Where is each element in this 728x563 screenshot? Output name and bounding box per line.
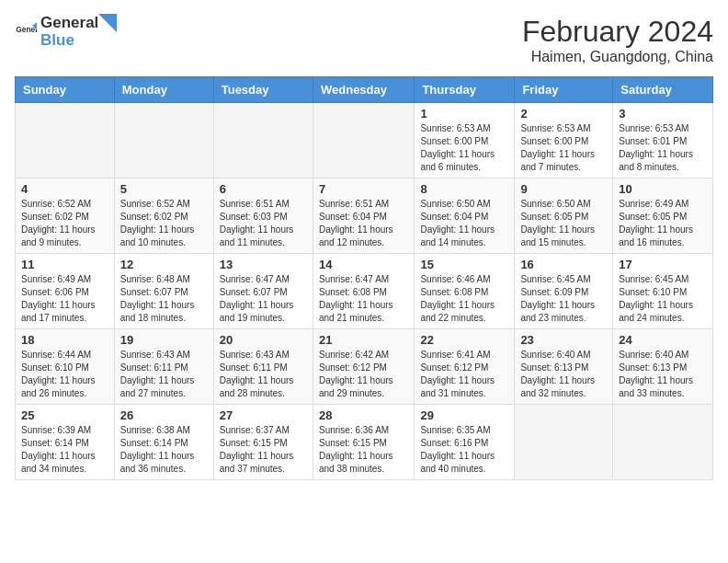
day-number: 26 xyxy=(120,408,208,422)
calendar-cell: 19Sunrise: 6:43 AMSunset: 6:11 PMDayligh… xyxy=(114,329,213,405)
page-title: February 2024 xyxy=(522,15,713,49)
day-number: 17 xyxy=(619,258,707,271)
calendar-cell: 24Sunrise: 6:40 AMSunset: 6:13 PMDayligh… xyxy=(613,329,713,405)
day-info: Sunrise: 6:44 AMSunset: 6:10 PMDaylight:… xyxy=(21,349,108,400)
day-info: Sunrise: 6:43 AMSunset: 6:11 PMDaylight:… xyxy=(120,349,208,400)
day-number: 25 xyxy=(21,408,108,422)
day-number: 20 xyxy=(220,333,307,347)
logo-arrow-icon xyxy=(98,14,117,41)
day-info: Sunrise: 6:47 AMSunset: 6:07 PMDaylight:… xyxy=(220,273,307,325)
day-header-friday: Friday xyxy=(515,77,613,103)
day-number: 5 xyxy=(120,182,208,196)
calendar-cell xyxy=(515,405,613,480)
calendar-cell: 17Sunrise: 6:45 AMSunset: 6:10 PMDayligh… xyxy=(613,254,713,329)
calendar-cell: 25Sunrise: 6:39 AMSunset: 6:14 PMDayligh… xyxy=(16,405,115,480)
day-info: Sunrise: 6:52 AMSunset: 6:02 PMDaylight:… xyxy=(120,198,208,249)
calendar-cell: 18Sunrise: 6:44 AMSunset: 6:10 PMDayligh… xyxy=(16,329,115,405)
calendar-cell: 6Sunrise: 6:51 AMSunset: 6:03 PMDaylight… xyxy=(213,178,313,254)
day-info: Sunrise: 6:36 AMSunset: 6:15 PMDaylight:… xyxy=(319,424,408,476)
title-area: February 2024 Haimen, Guangdong, China xyxy=(522,15,713,65)
logo-general-text: General xyxy=(40,15,98,32)
calendar-cell: 20Sunrise: 6:43 AMSunset: 6:11 PMDayligh… xyxy=(213,329,313,405)
day-info: Sunrise: 6:52 AMSunset: 6:02 PMDaylight:… xyxy=(21,198,108,249)
day-number: 2 xyxy=(520,107,607,121)
logo-icon: General xyxy=(15,21,37,43)
calendar-cell: 13Sunrise: 6:47 AMSunset: 6:07 PMDayligh… xyxy=(213,254,313,329)
calendar-cell: 3Sunrise: 6:53 AMSunset: 6:01 PMDaylight… xyxy=(613,103,713,178)
page-header: General General Blue February 2024 Haime… xyxy=(15,15,713,65)
day-number: 14 xyxy=(319,258,408,271)
day-header-thursday: Thursday xyxy=(415,77,515,103)
calendar-week-row: 25Sunrise: 6:39 AMSunset: 6:14 PMDayligh… xyxy=(16,405,713,480)
calendar-week-row: 4Sunrise: 6:52 AMSunset: 6:02 PMDaylight… xyxy=(16,178,713,254)
calendar-cell: 28Sunrise: 6:36 AMSunset: 6:15 PMDayligh… xyxy=(313,405,414,480)
day-number: 29 xyxy=(420,408,508,422)
day-number: 16 xyxy=(520,258,607,271)
calendar-cell: 7Sunrise: 6:51 AMSunset: 6:04 PMDaylight… xyxy=(313,178,414,254)
calendar-cell xyxy=(213,103,313,178)
day-number: 27 xyxy=(220,408,307,422)
calendar-cell: 12Sunrise: 6:48 AMSunset: 6:07 PMDayligh… xyxy=(114,254,213,329)
calendar-cell: 9Sunrise: 6:50 AMSunset: 6:05 PMDaylight… xyxy=(515,178,613,254)
calendar-table: SundayMondayTuesdayWednesdayThursdayFrid… xyxy=(15,76,713,480)
day-number: 9 xyxy=(520,182,607,196)
day-info: Sunrise: 6:39 AMSunset: 6:14 PMDaylight:… xyxy=(21,424,108,476)
day-number: 15 xyxy=(420,258,508,271)
day-info: Sunrise: 6:38 AMSunset: 6:14 PMDaylight:… xyxy=(120,424,208,476)
day-number: 7 xyxy=(319,182,408,196)
calendar-cell: 22Sunrise: 6:41 AMSunset: 6:12 PMDayligh… xyxy=(415,329,515,405)
calendar-week-row: 1Sunrise: 6:53 AMSunset: 6:00 PMDaylight… xyxy=(16,103,713,178)
day-number: 10 xyxy=(619,182,707,196)
day-number: 23 xyxy=(520,333,607,347)
day-info: Sunrise: 6:41 AMSunset: 6:12 PMDaylight:… xyxy=(420,349,508,400)
day-number: 21 xyxy=(319,333,408,347)
calendar-cell: 11Sunrise: 6:49 AMSunset: 6:06 PMDayligh… xyxy=(16,254,115,329)
calendar-cell: 29Sunrise: 6:35 AMSunset: 6:16 PMDayligh… xyxy=(415,405,515,480)
calendar-cell: 4Sunrise: 6:52 AMSunset: 6:02 PMDaylight… xyxy=(16,178,115,254)
calendar-cell: 10Sunrise: 6:49 AMSunset: 6:05 PMDayligh… xyxy=(613,178,713,254)
day-number: 24 xyxy=(619,333,707,347)
calendar-cell: 8Sunrise: 6:50 AMSunset: 6:04 PMDaylight… xyxy=(415,178,515,254)
day-info: Sunrise: 6:50 AMSunset: 6:05 PMDaylight:… xyxy=(520,198,607,249)
day-info: Sunrise: 6:45 AMSunset: 6:09 PMDaylight:… xyxy=(520,273,607,325)
logo-blue-text: Blue xyxy=(40,32,98,50)
day-number: 28 xyxy=(319,408,408,422)
day-info: Sunrise: 6:49 AMSunset: 6:05 PMDaylight:… xyxy=(619,198,707,249)
day-info: Sunrise: 6:37 AMSunset: 6:15 PMDaylight:… xyxy=(220,424,307,476)
day-info: Sunrise: 6:53 AMSunset: 6:01 PMDaylight:… xyxy=(619,122,707,174)
calendar-cell xyxy=(313,103,414,178)
day-info: Sunrise: 6:53 AMSunset: 6:00 PMDaylight:… xyxy=(520,122,607,174)
day-number: 12 xyxy=(120,258,208,271)
day-number: 19 xyxy=(120,333,208,347)
calendar-cell xyxy=(16,103,115,178)
calendar-cell: 16Sunrise: 6:45 AMSunset: 6:09 PMDayligh… xyxy=(515,254,613,329)
day-info: Sunrise: 6:50 AMSunset: 6:04 PMDaylight:… xyxy=(420,198,508,249)
calendar-cell: 23Sunrise: 6:40 AMSunset: 6:13 PMDayligh… xyxy=(515,329,613,405)
day-info: Sunrise: 6:51 AMSunset: 6:03 PMDaylight:… xyxy=(220,198,307,249)
calendar-cell: 14Sunrise: 6:47 AMSunset: 6:08 PMDayligh… xyxy=(313,254,414,329)
logo: General General Blue xyxy=(15,15,117,49)
day-info: Sunrise: 6:46 AMSunset: 6:08 PMDaylight:… xyxy=(420,273,508,325)
day-number: 3 xyxy=(619,107,707,121)
day-number: 18 xyxy=(21,333,108,347)
day-info: Sunrise: 6:43 AMSunset: 6:11 PMDaylight:… xyxy=(220,349,307,400)
day-number: 13 xyxy=(220,258,307,271)
page-subtitle: Haimen, Guangdong, China xyxy=(522,49,713,65)
day-header-sunday: Sunday xyxy=(16,77,115,103)
calendar-cell xyxy=(114,103,213,178)
calendar-cell: 2Sunrise: 6:53 AMSunset: 6:00 PMDaylight… xyxy=(515,103,613,178)
calendar-cell: 21Sunrise: 6:42 AMSunset: 6:12 PMDayligh… xyxy=(313,329,414,405)
day-info: Sunrise: 6:48 AMSunset: 6:07 PMDaylight:… xyxy=(120,273,208,325)
day-header-wednesday: Wednesday xyxy=(313,77,414,103)
day-number: 22 xyxy=(420,333,508,347)
day-number: 6 xyxy=(220,182,307,196)
calendar-cell: 26Sunrise: 6:38 AMSunset: 6:14 PMDayligh… xyxy=(114,405,213,480)
day-info: Sunrise: 6:47 AMSunset: 6:08 PMDaylight:… xyxy=(319,273,408,325)
calendar-week-row: 18Sunrise: 6:44 AMSunset: 6:10 PMDayligh… xyxy=(16,329,713,405)
day-info: Sunrise: 6:51 AMSunset: 6:04 PMDaylight:… xyxy=(319,198,408,249)
day-info: Sunrise: 6:53 AMSunset: 6:00 PMDaylight:… xyxy=(420,122,508,174)
day-number: 4 xyxy=(21,182,108,196)
day-info: Sunrise: 6:40 AMSunset: 6:13 PMDaylight:… xyxy=(520,349,607,400)
day-info: Sunrise: 6:35 AMSunset: 6:16 PMDaylight:… xyxy=(420,424,508,476)
day-header-tuesday: Tuesday xyxy=(213,77,313,103)
